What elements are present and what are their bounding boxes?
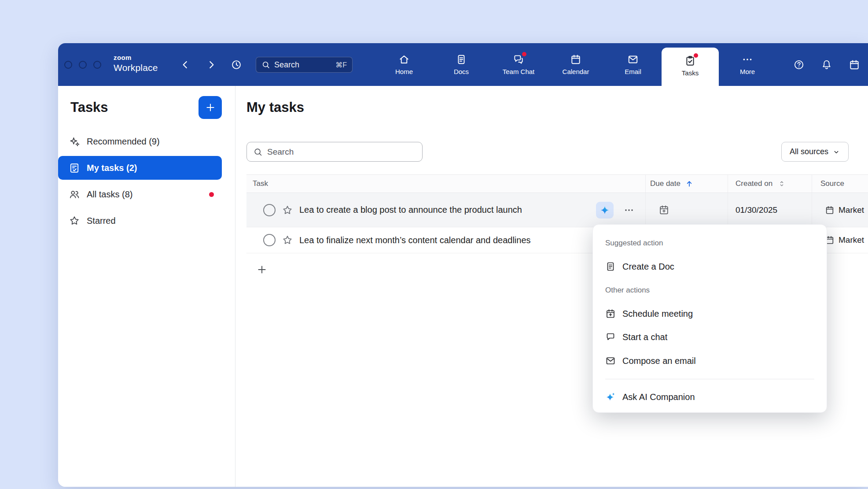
- task-complete-checkbox[interactable]: [263, 234, 276, 246]
- email-icon: [627, 54, 639, 65]
- chevron-down-icon: [832, 148, 840, 156]
- plus-icon: [256, 264, 268, 275]
- sidebar-item-label: My tasks (2): [87, 163, 137, 173]
- task-title: Lea to create a blog post to announce th…: [299, 205, 522, 215]
- window-zoom-button[interactable]: [93, 61, 101, 69]
- sidebar-title: Tasks: [70, 100, 108, 115]
- task-complete-checkbox[interactable]: [263, 204, 276, 216]
- tasks-icon: [684, 55, 696, 67]
- global-search-input[interactable]: Search ⌘F: [256, 57, 353, 73]
- topbar-right-actions: [793, 59, 860, 70]
- add-due-date-button[interactable]: [658, 204, 669, 215]
- tasks-notification-dot: [694, 53, 698, 58]
- ai-companion-button[interactable]: [596, 202, 614, 219]
- source-label: Market: [839, 205, 864, 215]
- my-tasks-icon: [69, 162, 80, 174]
- sidebar-list: Recommended (9) My tasks (2) All tasks (…: [58, 130, 235, 233]
- menu-item-compose-email[interactable]: Compose an email: [605, 354, 814, 368]
- menu-item-create-doc[interactable]: Create a Doc: [605, 259, 814, 274]
- new-task-button[interactable]: [199, 96, 222, 119]
- column-header-due-date[interactable]: Due date: [645, 175, 728, 193]
- team-chat-notification-dot: [522, 52, 526, 56]
- chevron-right-icon: [206, 59, 217, 70]
- page-title: My tasks: [246, 100, 304, 115]
- calendar-icon: [849, 59, 860, 70]
- back-button[interactable]: [180, 59, 191, 70]
- sidebar: Tasks Recommended (9) My tasks (2): [58, 86, 235, 487]
- sort-ascending-icon[interactable]: [685, 179, 694, 188]
- source-filter-dropdown[interactable]: All sources: [781, 142, 849, 162]
- star-icon[interactable]: [282, 234, 293, 246]
- task-search-input[interactable]: [267, 147, 416, 157]
- nav-calendar[interactable]: Calendar: [547, 43, 604, 86]
- calendar-plus-icon: [658, 204, 669, 215]
- forward-button[interactable]: [206, 59, 217, 70]
- sidebar-header: Tasks: [58, 86, 235, 119]
- bell-icon: [821, 59, 832, 70]
- star-icon[interactable]: [282, 204, 293, 216]
- help-button[interactable]: [793, 59, 805, 70]
- nav-more[interactable]: More: [719, 43, 776, 86]
- workplace-wordmark: Workplace: [114, 63, 158, 72]
- sparkle-icon: [69, 136, 80, 147]
- history-button[interactable]: [231, 59, 242, 70]
- nav-team-chat[interactable]: Team Chat: [490, 43, 547, 86]
- calendar-icon: [825, 205, 835, 215]
- primary-navigation: Home Docs Team Chat Calendar: [375, 43, 776, 86]
- sidebar-item-label: Recommended (9): [87, 137, 160, 147]
- team-chat-icon: [513, 54, 524, 65]
- topbar: zoom Workplace Search ⌘F Home: [58, 43, 868, 86]
- sidebar-item-my-tasks[interactable]: My tasks (2): [58, 156, 222, 180]
- sidebar-item-label: Starred: [87, 216, 116, 226]
- add-task-button[interactable]: [256, 264, 268, 275]
- more-icon: [742, 54, 753, 65]
- nav-home[interactable]: Home: [375, 43, 433, 86]
- all-tasks-notification-dot: [209, 192, 214, 197]
- search-icon: [261, 60, 270, 69]
- sidebar-item-starred[interactable]: Starred: [58, 209, 222, 233]
- menu-item-start-chat[interactable]: Start a chat: [605, 330, 814, 344]
- calendar-quick-button[interactable]: [849, 59, 860, 70]
- task-search-field[interactable]: [246, 142, 423, 162]
- due-date-cell: [645, 193, 728, 227]
- help-icon: [793, 59, 805, 70]
- menu-item-ask-ai-companion[interactable]: Ask AI Companion: [605, 390, 814, 404]
- sort-toggle-icon[interactable]: [778, 180, 786, 188]
- calendar-icon: [570, 54, 581, 65]
- menu-section-other: Other actions: [605, 286, 650, 295]
- window-controls: [64, 61, 101, 69]
- column-header-created-on[interactable]: Created on: [728, 175, 812, 193]
- notifications-button[interactable]: [821, 59, 832, 70]
- window-close-button[interactable]: [64, 61, 72, 69]
- menu-section-suggested: Suggested action: [605, 239, 663, 248]
- search-shortcut: ⌘F: [335, 61, 347, 69]
- clock-icon: [231, 59, 242, 70]
- table-header: Task Due date Created on Source: [246, 174, 868, 193]
- zoom-workplace-logo: zoom Workplace: [114, 54, 158, 72]
- task-title: Lea to finalize next month’s content cal…: [299, 235, 531, 245]
- source-label: Market: [839, 235, 864, 245]
- star-icon: [69, 215, 80, 226]
- column-header-source[interactable]: Source: [812, 175, 868, 193]
- nav-tasks[interactable]: Tasks: [662, 48, 719, 86]
- window-minimize-button[interactable]: [79, 61, 87, 69]
- people-icon: [69, 189, 80, 200]
- sidebar-item-label: All tasks (8): [87, 189, 132, 200]
- menu-divider: [605, 379, 814, 379]
- created-on-cell: 01/30/2025: [728, 193, 812, 227]
- email-icon: [605, 356, 616, 366]
- task-row-1[interactable]: Lea to create a blog post to announce th…: [246, 193, 868, 227]
- menu-item-schedule-meeting[interactable]: Schedule meeting: [605, 307, 814, 321]
- column-header-task[interactable]: Task: [246, 179, 645, 188]
- source-cell: Market: [812, 193, 868, 227]
- sidebar-item-all-tasks[interactable]: All tasks (8): [58, 182, 222, 206]
- doc-icon: [605, 261, 616, 272]
- nav-email[interactable]: Email: [604, 43, 662, 86]
- sidebar-item-recommended[interactable]: Recommended (9): [58, 130, 222, 153]
- docs-icon: [456, 54, 467, 65]
- ai-sparkle-icon: [600, 205, 610, 215]
- nav-docs[interactable]: Docs: [433, 43, 490, 86]
- task-actions-menu: Suggested action Create a Doc Other acti…: [592, 224, 827, 413]
- ai-sparkle-icon: [605, 392, 616, 402]
- more-actions-button[interactable]: [623, 204, 635, 216]
